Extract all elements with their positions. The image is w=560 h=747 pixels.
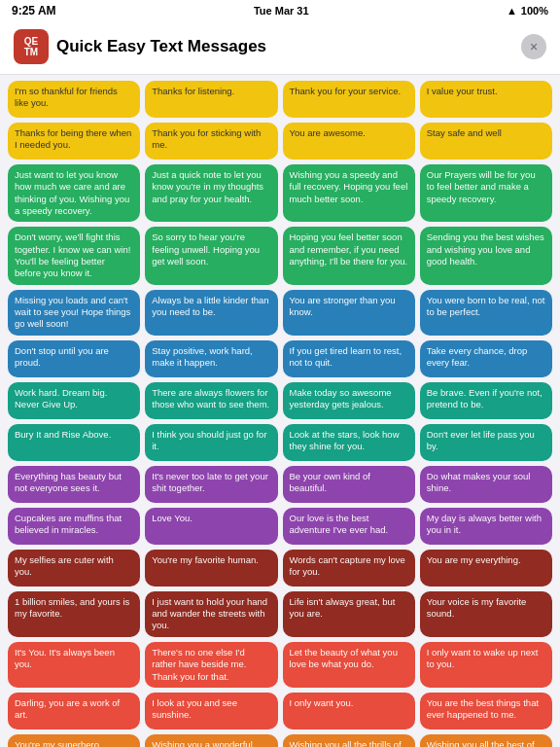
message-bubble-2-6[interactable]: If you get tired learn to rest, not to q… (283, 340, 415, 377)
message-bubble-6-0[interactable]: It's You. It's always been you. (8, 642, 140, 688)
message-bubble-3-6[interactable]: Look at the stars, look how they shine f… (283, 424, 415, 461)
message-bubble-3-2[interactable]: Make today so awesome yesterday gets jea… (283, 382, 415, 419)
message-bubble-4-4[interactable]: Cupcakes are muffins that believed in mi… (8, 508, 140, 545)
status-date: Tue Mar 31 (254, 5, 309, 17)
message-bubble-1-5[interactable]: So sorry to hear you're feeling unwell. … (145, 227, 277, 284)
message-bubble-1-6[interactable]: Hoping you feel better soon and remember… (283, 227, 415, 284)
message-bubble-0-0[interactable]: I'm so thankful for friends like you. (8, 81, 140, 118)
message-bubble-2-0[interactable]: Missing you loads and can't wait to see … (8, 290, 140, 336)
message-bubble-7-3[interactable]: Wishing you all the best of life today a… (420, 734, 552, 747)
message-bubble-1-2[interactable]: Wishing you a speedy and full recovery. … (283, 164, 415, 222)
message-bubble-5-7[interactable]: Your voice is my favorite sound. (420, 591, 552, 637)
message-bubble-3-3[interactable]: Be brave. Even if you're not, pretend to… (420, 382, 552, 419)
message-bubble-1-1[interactable]: Just a quick note to let you know you're… (145, 164, 277, 222)
wifi-icon: ▲ (507, 5, 517, 17)
message-bubble-0-2[interactable]: Thank you for your service. (283, 81, 415, 118)
message-bubble-6-4[interactable]: Darling, you are a work of art. (8, 693, 140, 729)
message-bubble-2-1[interactable]: Always be a little kinder than you need … (145, 290, 277, 336)
message-bubble-7-2[interactable]: Wishing you all the thrills of love and … (283, 734, 415, 747)
message-bubble-0-5[interactable]: Thank you for sticking with me. (145, 123, 277, 160)
message-bubble-4-0[interactable]: Everything has beauty but not everyone s… (8, 466, 140, 503)
message-bubble-1-4[interactable]: Don't worry, we'll fight this together. … (8, 227, 140, 284)
message-bubble-5-1[interactable]: You're my favorite human. (145, 550, 277, 587)
status-time: 9:25 AM (12, 4, 56, 18)
message-bubble-5-3[interactable]: You are my everything. (420, 550, 552, 587)
message-bubble-4-3[interactable]: Do what makes your soul shine. (420, 466, 552, 503)
message-bubble-1-3[interactable]: Our Prayers will be for you to feel bett… (420, 164, 552, 222)
page-title: Quick Easy Text Messages (56, 37, 266, 56)
message-bubble-5-4[interactable]: 1 billion smiles, and yours is my favori… (8, 591, 140, 637)
message-bubble-6-1[interactable]: There's no one else I'd rather have besi… (145, 642, 277, 688)
message-bubble-4-1[interactable]: It's never too late to get your shit tog… (145, 466, 277, 503)
message-bubble-1-0[interactable]: Just want to let you know how much we ca… (8, 164, 140, 222)
message-bubble-3-5[interactable]: I think you should just go for it. (145, 424, 277, 461)
messages-scroll-area: I'm so thankful for friends like you.Tha… (0, 75, 560, 747)
message-bubble-6-5[interactable]: I look at you and see sunshine. (145, 693, 277, 729)
status-icons: ▲ 100% (507, 5, 548, 17)
message-bubble-0-6[interactable]: You are awesome. (283, 123, 415, 160)
header-left: QETM Quick Easy Text Messages (14, 29, 266, 64)
message-bubble-0-4[interactable]: Thanks for being there when I needed you… (8, 123, 140, 160)
message-bubble-6-7[interactable]: You are the best things that ever happen… (420, 693, 552, 729)
message-bubble-2-2[interactable]: You are stronger than you know. (283, 290, 415, 336)
battery-icon: 100% (521, 5, 548, 17)
message-bubble-5-5[interactable]: I just want to hold your hand and wander… (145, 591, 277, 637)
close-button[interactable]: × (521, 34, 546, 59)
message-bubble-5-6[interactable]: Life isn't always great, but you are. (283, 591, 415, 637)
message-bubble-0-3[interactable]: I value your trust. (420, 81, 552, 118)
message-bubble-0-1[interactable]: Thanks for listening. (145, 81, 277, 118)
message-bubble-4-2[interactable]: Be your own kind of beautiful. (283, 466, 415, 503)
message-bubble-7-1[interactable]: Wishing you a wonderful birthday with lo… (145, 734, 277, 747)
message-bubble-5-2[interactable]: Words can't capture my love for you. (283, 550, 415, 587)
message-bubble-2-7[interactable]: Take every chance, drop every fear. (420, 340, 552, 377)
message-bubble-0-7[interactable]: Stay safe and well (420, 123, 552, 160)
message-bubble-2-3[interactable]: You were born to be real, not to be perf… (420, 290, 552, 336)
message-bubble-5-0[interactable]: My selfies are cuter with you. (8, 550, 140, 587)
message-bubble-3-1[interactable]: There are always flowers for those who w… (145, 382, 277, 419)
message-bubble-4-5[interactable]: Love You. (145, 508, 277, 545)
message-bubble-2-4[interactable]: Don't stop until you are proud. (8, 340, 140, 377)
message-bubble-4-6[interactable]: Our love is the best adventure I've ever… (283, 508, 415, 545)
message-bubble-6-6[interactable]: I only want you. (283, 693, 415, 729)
message-bubble-1-7[interactable]: Sending you the best wishes and wishing … (420, 227, 552, 284)
message-bubble-3-7[interactable]: Don't ever let life pass you by. (420, 424, 552, 461)
app-icon: QETM (14, 29, 49, 64)
message-bubble-7-0[interactable]: You're my superhero. (8, 734, 140, 747)
message-bubble-3-4[interactable]: Bury It and Rise Above. (8, 424, 140, 461)
message-bubble-6-3[interactable]: I only want to wake up next to you. (420, 642, 552, 688)
header: QETM Quick Easy Text Messages × (0, 21, 560, 75)
message-bubble-3-0[interactable]: Work hard. Dream big. Never Give Up. (8, 382, 140, 419)
message-bubble-2-5[interactable]: Stay positive, work hard, make it happen… (145, 340, 277, 377)
message-bubble-4-7[interactable]: My day is always better with you in it. (420, 508, 552, 545)
status-bar: 9:25 AM Tue Mar 31 ▲ 100% (0, 0, 560, 21)
message-bubble-6-2[interactable]: Let the beauty of what you love be what … (283, 642, 415, 688)
